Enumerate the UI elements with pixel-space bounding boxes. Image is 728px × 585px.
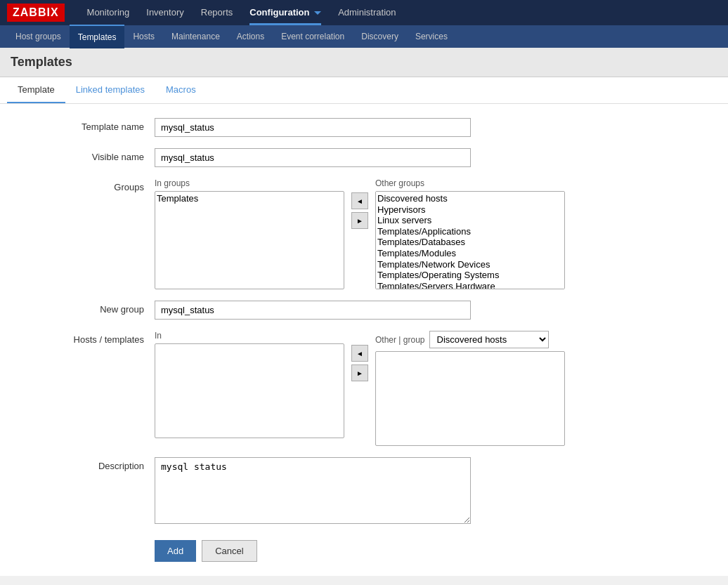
hosts-other-list[interactable] [375,351,565,446]
hosts-arrows: ◄ ► [351,331,368,381]
sub-navigation: Host groups Templates Hosts Maintenance … [0,25,728,48]
move-right-button[interactable]: ► [351,212,368,229]
groups-row: Groups In groups Templates ◄ ► Other gro… [21,178,707,289]
top-navigation: ZABBIX Monitoring Inventory Reports Conf… [0,0,728,25]
hosts-move-left-button[interactable]: ◄ [351,345,368,362]
subnav-actions[interactable]: Actions [228,25,273,48]
visible-name-input[interactable] [155,148,471,167]
visible-name-field [155,148,707,167]
hosts-other-column: Other | group Discovered hosts Hyperviso… [375,331,565,446]
page-title-bar: Templates [0,48,728,77]
template-name-label: Template name [21,118,155,132]
description-row: Description mysql status [21,457,707,526]
new-group-label: New group [21,301,155,315]
nav-reports[interactable]: Reports [193,0,242,25]
other-group-option[interactable]: Templates/Servers Hardware [377,281,563,289]
hosts-templates-field: In ◄ ► Other | group Discovered hosts Hy… [155,331,707,446]
other-group-dropdown[interactable]: Discovered hosts Hypervisors Linux serve… [429,331,549,348]
other-groups-label: Other groups [375,178,565,188]
move-left-button[interactable]: ◄ [351,192,368,209]
hosts-section: In ◄ ► Other | group Discovered hosts Hy… [155,331,707,446]
add-button[interactable]: Add [155,540,196,562]
subnav-hosts[interactable]: Hosts [124,25,163,48]
hosts-in-label: In [155,331,344,341]
other-group-option[interactable]: Templates/Applications [377,226,563,237]
other-group-option[interactable]: Hypervisors [377,204,563,216]
subnav-discovery[interactable]: Discovery [353,25,407,48]
logo: ZABBIX [7,4,65,22]
new-group-row: New group [21,301,707,320]
nav-configuration[interactable]: Configuration [241,0,330,25]
other-group-option[interactable]: Discovered hosts [377,193,563,204]
form-tabs: Template Linked templates Macros [0,77,728,104]
cancel-button[interactable]: Cancel [202,540,256,562]
other-group-option[interactable]: Templates/Modules [377,248,563,259]
subnav-event-correlation[interactable]: Event correlation [273,25,353,48]
template-name-field [155,118,707,137]
page-title: Templates [11,55,717,70]
tab-linked-templates[interactable]: Linked templates [65,77,155,103]
active-nav-indicator [314,11,321,15]
other-groups-column: Other groups Discovered hosts Hypervisor… [375,178,565,289]
nav-monitoring[interactable]: Monitoring [79,0,138,25]
visible-name-row: Visible name [21,148,707,167]
nav-inventory[interactable]: Inventory [138,0,192,25]
in-group-option[interactable]: Templates [157,193,342,204]
hosts-move-right-button[interactable]: ► [351,364,368,381]
other-group-option[interactable]: Templates/Databases [377,237,563,248]
tab-template[interactable]: Template [7,77,65,103]
in-groups-list[interactable]: Templates [155,191,344,289]
other-group-option[interactable]: Templates/Network Devices [377,259,563,270]
in-groups-column: In groups Templates [155,178,344,289]
subnav-maintenance[interactable]: Maintenance [163,25,228,48]
new-group-field [155,301,707,320]
hosts-in-list[interactable] [155,343,344,438]
new-group-input[interactable] [155,301,471,320]
hosts-templates-row: Hosts / templates In ◄ ► Other | group D… [21,331,707,446]
visible-name-label: Visible name [21,148,155,162]
hosts-in-column: In [155,331,344,438]
form-buttons: Add Cancel [21,540,707,562]
group-arrows: ◄ ► [351,178,368,229]
groups-field: In groups Templates ◄ ► Other groups Dis… [155,178,707,289]
subnav-services[interactable]: Services [407,25,456,48]
groups-section: In groups Templates ◄ ► Other groups Dis… [155,178,707,289]
other-group-text-label: Other | group [375,335,425,345]
subnav-host-groups[interactable]: Host groups [7,25,70,48]
tab-macros[interactable]: Macros [155,77,207,103]
subnav-templates[interactable]: Templates [70,25,125,48]
other-group-row: Other | group Discovered hosts Hyperviso… [375,331,565,348]
other-group-option[interactable]: Linux servers [377,215,563,226]
hosts-templates-label: Hosts / templates [21,331,155,345]
nav-administration[interactable]: Administration [330,0,404,25]
template-name-input[interactable] [155,118,471,137]
template-name-row: Template name [21,118,707,137]
description-label: Description [21,457,155,471]
in-groups-label: In groups [155,178,344,188]
other-groups-list[interactable]: Discovered hosts Hypervisors Linux serve… [375,191,565,289]
form-container: Template name Visible name Groups In gro… [0,104,728,576]
description-field: mysql status [155,457,707,526]
groups-label: Groups [21,178,155,192]
description-textarea[interactable]: mysql status [155,457,471,524]
other-group-option[interactable]: Templates/Operating Systems [377,270,563,281]
